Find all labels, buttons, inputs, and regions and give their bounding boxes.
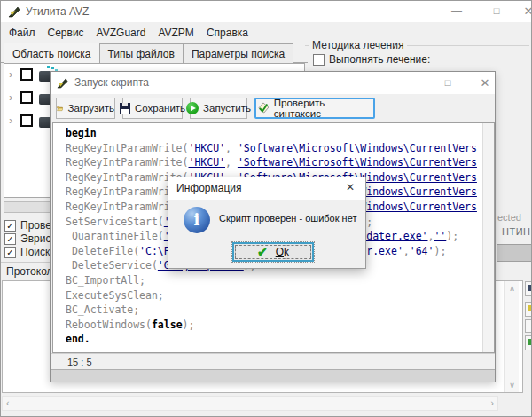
- menu-avzguard[interactable]: AVZGuard: [90, 24, 153, 42]
- partial-toolbutton[interactable]: [525, 335, 532, 350]
- menu-file[interactable]: Файл: [3, 24, 42, 42]
- treatment-checkbox-label: Выполнять лечение:: [329, 53, 430, 66]
- menu-service[interactable]: Сервис: [42, 24, 90, 42]
- chevron-right-icon[interactable]: ›: [9, 90, 12, 104]
- information-icon: i: [184, 207, 210, 233]
- close-icon[interactable]: ✕: [518, 3, 532, 20]
- cursor-position: 15 : 5: [67, 357, 92, 367]
- open-folder-icon: [57, 103, 63, 114]
- system-disk-marker-icon: [47, 66, 50, 68]
- tab-file-types[interactable]: Типы файлов: [99, 43, 184, 63]
- clipped-label: НТИН: [502, 226, 531, 237]
- scan-option-row: ✓ Эврист: [4, 232, 56, 245]
- scroll-right-icon[interactable]: ›: [490, 397, 494, 408]
- scan-checkbox-checked[interactable]: ✓: [4, 233, 16, 245]
- tab-strip: Область поиска Типы файлов Параметры пои…: [4, 43, 293, 63]
- close-icon[interactable]: ✕: [473, 75, 497, 91]
- scroll-down-icon[interactable]: ∨: [505, 381, 520, 389]
- minimize-icon[interactable]: —: [446, 3, 467, 20]
- minimize-icon[interactable]: —: [398, 75, 421, 91]
- avz-app-icon: [57, 77, 68, 89]
- scroll-left-icon[interactable]: ‹: [6, 397, 10, 408]
- treatment-group-label: Методика лечения: [309, 39, 407, 51]
- scroll-up-icon[interactable]: ∧: [505, 284, 520, 293]
- scan-checkbox-checked[interactable]: ✓: [4, 247, 16, 258]
- menubar: Файл Сервис AVZGuard AVZPM Справка: [3, 24, 254, 42]
- chevron-right-icon[interactable]: ›: [9, 114, 12, 127]
- check-syntax-button[interactable]: Проверить синтаксис: [254, 98, 375, 119]
- ok-button[interactable]: ✔ Ok: [232, 242, 314, 262]
- run-script-button[interactable]: Запустить: [190, 98, 247, 119]
- protocol-horizontal-scrollbar[interactable]: ‹ ›: [2, 396, 498, 411]
- save-script-label: Сохранить: [135, 103, 185, 114]
- tab-search-area[interactable]: Область поиска: [4, 43, 100, 63]
- scan-option-row: ✓ Поиск: [4, 246, 50, 258]
- editor-vertical-scrollbar[interactable]: [482, 123, 494, 352]
- close-icon[interactable]: ✕: [342, 181, 358, 193]
- menu-help[interactable]: Справка: [200, 24, 254, 42]
- script-window-titlebar: Запуск скрипта — □ ✕: [51, 72, 495, 94]
- tab-protocol[interactable]: Протокол: [6, 265, 53, 278]
- protocol-vertical-scrollbar[interactable]: ∧ ∨: [504, 281, 519, 392]
- partial-button[interactable]: [497, 244, 532, 262]
- maximize-icon[interactable]: □: [436, 75, 459, 91]
- partial-toolbutton[interactable]: [525, 302, 532, 317]
- menu-avzpm[interactable]: AVZPM: [152, 24, 200, 42]
- checkmark-icon: ✔: [257, 245, 268, 259]
- load-script-label: Загрузить: [67, 103, 114, 114]
- run-script-label: Запустить: [203, 103, 251, 114]
- scan-checkbox-checked[interactable]: ✓: [4, 220, 16, 232]
- drive-checkbox[interactable]: [20, 91, 33, 104]
- treatment-checkbox[interactable]: [313, 54, 325, 66]
- editor-horizontal-scrollbar[interactable]: [51, 369, 495, 382]
- scan-option-label: Поиск: [20, 246, 50, 258]
- script-window-title: Запуск скрипта: [74, 76, 149, 89]
- info-dialog-titlebar: Информация ✕: [168, 177, 365, 200]
- syntax-check-icon: [256, 102, 270, 114]
- avz-application: Утилита AVZ — □ ✕ Файл Сервис AVZGuard A…: [0, 0, 532, 417]
- info-dialog: Информация ✕ i Скрипт проверен - ошибок …: [168, 177, 366, 269]
- avz-app-icon: [8, 5, 20, 18]
- main-titlebar: Утилита AVZ — □ ✕: [1, 1, 532, 22]
- tab-search-params[interactable]: Параметры поиска: [183, 43, 293, 63]
- save-script-button[interactable]: Сохранить: [122, 98, 183, 119]
- run-play-icon: [186, 102, 199, 114]
- main-window-title: Утилита AVZ: [26, 5, 89, 18]
- clipped-label: ected: [497, 212, 521, 223]
- chevron-right-icon[interactable]: ›: [9, 67, 12, 81]
- drive-checkbox[interactable]: [20, 114, 33, 127]
- load-script-button[interactable]: Загрузить: [56, 98, 115, 119]
- treatment-checkbox-row: Выполнять лечение:: [313, 53, 430, 66]
- partial-toolbutton[interactable]: [525, 319, 532, 333]
- script-toolbar: Загрузить Сохранить Запустить Проверить …: [51, 94, 495, 122]
- ok-button-label: Ok: [276, 246, 289, 258]
- info-dialog-message: Скрипт проверен - ошибок нет: [219, 213, 356, 224]
- partial-toolbutton[interactable]: [525, 281, 532, 296]
- maximize-icon[interactable]: □: [486, 3, 507, 20]
- window-bottom-edge: [1, 413, 532, 413]
- floppy-save-icon: [120, 103, 130, 114]
- info-dialog-title: Информация: [176, 182, 241, 194]
- drive-checkbox[interactable]: [20, 68, 33, 81]
- check-syntax-label: Проверить синтаксис: [274, 98, 373, 119]
- script-statusbar: 15 : 5: [51, 353, 495, 369]
